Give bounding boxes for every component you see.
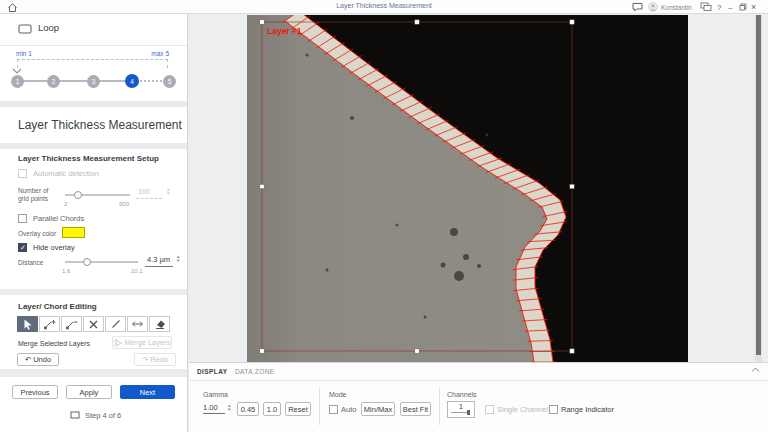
roi-handle[interactable] [415,349,419,353]
panel-separator-2 [439,387,440,425]
redo-button[interactable]: ↷Redo [134,353,176,366]
grid-points-value-underline [136,198,162,199]
close-icon[interactable]: × [751,1,756,13]
hide-overlay-label: Hide overlay [33,243,75,252]
automatic-detection-checkbox[interactable] [18,169,27,178]
overlay-color-swatch[interactable] [62,227,85,238]
editing-title: Layer/ Chord Editing [18,302,97,311]
extend-chord-button[interactable] [127,316,148,332]
setup-title: Layer Thickness Measurement Setup [18,154,159,163]
automatic-detection-label: Automatic detection [33,169,99,178]
grid-points-slider-track [65,194,130,196]
overlay-color-label: Overlay color [18,230,56,237]
grid-points-min: 2 [64,201,67,207]
loop-range-guide [17,59,168,68]
roi-handle[interactable] [570,349,574,353]
draw-chord-button[interactable] [105,316,126,332]
parallel-chords-checkbox[interactable] [18,214,27,223]
comment-icon[interactable] [632,1,643,13]
panel-separator [319,387,320,425]
step-3[interactable]: 3 [87,75,100,88]
remove-chord-icon [65,319,78,330]
channel-mini-thumb[interactable] [467,410,470,415]
chevron-down-icon [12,68,22,74]
add-chord-button[interactable] [39,316,60,332]
vertical-scrollbar [755,15,762,362]
apply-button[interactable]: Apply [66,385,112,399]
auto-checkbox[interactable] [329,405,338,414]
distance-slider-track [65,261,138,263]
restore-icon[interactable] [739,1,747,13]
distance-spinner[interactable]: ▲▼ [176,255,180,262]
page-title-card: Layer Thickness Measurement [0,107,187,143]
delete-icon [89,320,98,329]
grid-points-max: 500 [119,201,129,207]
user-name[interactable]: Konstantin [661,1,692,13]
next-button[interactable]: Next [120,385,175,399]
step-2[interactable]: 2 [47,75,60,88]
gamma-spinner[interactable]: ▲▼ [227,404,231,411]
tab-data-zone[interactable]: DATA ZONE [235,368,274,375]
undo-button[interactable]: ↶Undo [17,353,59,366]
range-indicator-checkbox[interactable] [549,405,558,414]
roi-handle[interactable] [415,20,419,24]
display-panel: DISPLAY DATA ZONE Gamma 1.00 ▲▼ 0.45 1.0… [189,362,768,432]
grid-points-spinner[interactable]: ▲▼ [166,188,170,195]
loop-max-label: max 5 [151,50,169,57]
merge-layers-button[interactable]: Merge Layers [112,336,172,349]
minimize-icon[interactable]: – [728,1,732,13]
loop-icon [18,24,32,34]
displays-icon[interactable] [700,1,712,13]
distance-slider-thumb[interactable] [83,258,91,266]
remove-chord-button[interactable] [61,316,82,332]
previous-button[interactable]: Previous [12,385,58,399]
step-4[interactable]: 4 [125,74,139,88]
panel-collapse-icon[interactable] [751,367,760,373]
loop-min-label: min 1 [16,50,32,57]
minmax-button[interactable]: Min/Max [361,402,395,416]
select-tool-button[interactable] [17,316,38,332]
eraser-icon [154,319,166,329]
setup-card: Layer Thickness Measurement Setup Automa… [0,149,187,289]
grid-points-label-2: grid points [18,195,48,202]
parallel-chords-label: Parallel Chords [33,214,84,223]
bestfit-button[interactable]: Best Fit [400,402,431,416]
auto-label: Auto [341,405,356,414]
arrows-horizontal-icon [131,320,144,328]
roi-handle[interactable] [570,184,574,188]
pen-icon [111,319,121,329]
grid-points-value[interactable]: 100 [138,188,150,195]
scrollbar-thumb[interactable] [756,15,761,355]
roi-handle[interactable] [260,184,264,188]
distance-label: Distance [18,259,43,266]
help-icon[interactable]: ? [717,1,721,13]
tab-display[interactable]: DISPLAY [197,368,227,375]
channels-label: Channels [447,391,477,398]
hide-overlay-checkbox[interactable] [18,243,27,252]
gamma-value[interactable]: 1.00 [203,403,225,414]
roi-handle[interactable] [260,349,264,353]
eraser-button[interactable] [149,316,170,332]
grid-points-label-1: Number of [18,187,48,194]
range-indicator-label: Range Indicator [561,405,614,414]
delete-chord-button[interactable] [83,316,104,332]
gamma-045-button[interactable]: 0.45 [237,402,259,416]
roi-handle[interactable] [260,20,264,24]
title-bar: Layer Thickness Measurement Konstantin ?… [0,0,768,14]
distance-value[interactable]: 4.3 µm [147,255,170,264]
single-channel-checkbox[interactable] [485,405,494,414]
cursor-icon [23,319,33,330]
grid-points-slider-thumb[interactable] [74,191,82,199]
microscope-image[interactable]: Layer #1 [247,15,688,362]
merge-selected-label: Merge Selected Layers [18,340,90,347]
step-5[interactable]: 5 [163,75,176,88]
avatar[interactable] [648,1,658,13]
gamma-reset-button[interactable]: Reset [285,402,311,416]
step-1[interactable]: 1 [11,75,24,88]
gamma-10-button[interactable]: 1.0 [263,402,281,416]
channel-selector[interactable]: 1 [447,401,475,418]
tabs-divider [189,380,768,381]
layer-label: Layer #1 [267,26,302,36]
roi-handle[interactable] [570,20,574,24]
add-chord-icon [43,319,56,330]
